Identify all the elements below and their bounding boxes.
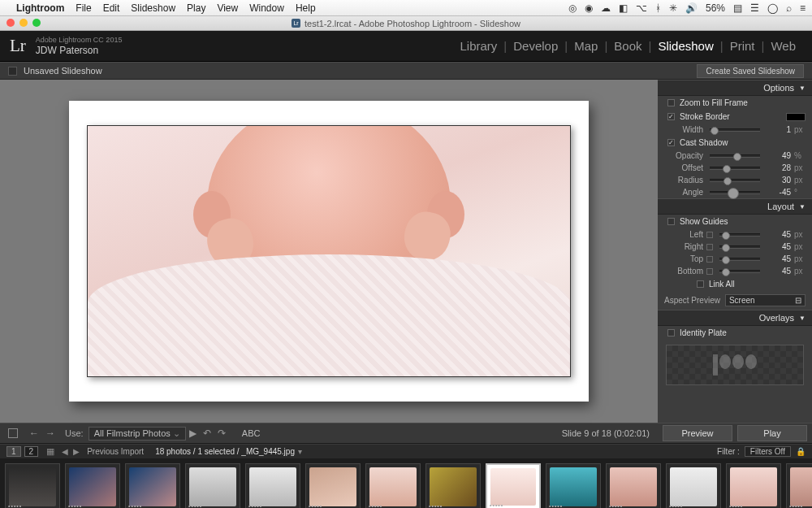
status-icon[interactable]: ◉ [585,2,593,14]
module-develop[interactable]: Develop [507,39,564,53]
rotate-cw-icon[interactable]: ↷ [218,428,226,439]
play-preview-button[interactable]: ▶ [189,428,197,439]
menu-file[interactable]: File [76,2,91,14]
input-menu-icon[interactable]: ☰ [750,2,759,14]
menu-slideshow[interactable]: Slideshow [131,2,175,14]
bottom-slider[interactable] [719,270,760,273]
filmstrip-thumb[interactable]: ••••• [245,463,300,508]
options-panel-header[interactable]: Options▼ [658,80,812,96]
filter-select[interactable]: Filters Off [745,446,791,457]
preview-button[interactable]: Preview [663,425,732,441]
filmstrip-thumb[interactable]: ••••• [305,463,361,508]
stop-button[interactable] [8,428,18,438]
zoom-window-button[interactable] [32,19,41,27]
saved-checkbox[interactable] [8,67,17,76]
spotlight-icon[interactable]: ⌕ [786,2,792,14]
filmstrip-thumb[interactable]: ••••• [125,463,180,508]
battery-percent[interactable]: 56% [706,2,725,14]
filmstrip-thumb[interactable]: ••••• [606,463,661,508]
overlays-panel-header[interactable]: Overlays▼ [658,310,812,326]
top-value[interactable]: 45 [767,254,791,263]
filmstrip-thumb[interactable]: ••••• [425,463,481,508]
module-library[interactable]: Library [453,39,503,53]
module-print[interactable]: Print [723,39,762,53]
identity-plate-preview[interactable] [666,345,804,385]
clock-icon[interactable]: ◯ [767,2,778,14]
module-slideshow[interactable]: Slideshow [651,39,719,53]
module-web[interactable]: Web [764,39,802,53]
top-slider[interactable] [719,258,760,261]
top-link-checkbox[interactable] [706,256,713,263]
offset-value[interactable]: 28 [767,163,791,172]
show-guides-checkbox[interactable] [667,218,675,225]
filmstrip-thumb[interactable]: ••••• [666,463,721,508]
minimize-window-button[interactable] [19,19,28,27]
rotate-ccw-icon[interactable]: ↶ [203,428,211,439]
menu-edit[interactable]: Edit [103,2,120,14]
monitor-1-button[interactable]: 1 [6,446,21,457]
create-saved-slideshow-button[interactable]: Create Saved Slideshow [697,64,804,78]
app-name[interactable]: Lightroom [16,2,64,14]
source-select[interactable]: All Filmstrip Photos ⌄ [89,427,186,441]
status-icon[interactable]: ◎ [568,2,577,14]
opacity-slider[interactable] [710,154,760,158]
stroke-color-swatch[interactable] [786,113,806,121]
radius-value[interactable]: 30 [767,176,791,185]
bluetooth-icon[interactable]: ᚼ [655,2,661,14]
grid-view-icon[interactable]: ▦ [46,446,54,457]
filmstrip-thumb[interactable]: ••••• [365,463,421,508]
filmstrip-thumb[interactable]: ••••• [5,463,60,508]
filmstrip-thumb[interactable]: ••••• [546,463,601,508]
module-book[interactable]: Book [607,39,648,53]
menu-play[interactable]: Play [187,2,205,14]
module-map[interactable]: Map [568,39,604,53]
cloud-icon[interactable]: ☁ [601,2,611,14]
offset-slider[interactable] [710,167,760,170]
close-window-button[interactable] [6,19,15,27]
wifi-icon[interactable]: ✳ [669,2,677,14]
right-value[interactable]: 45 [767,242,791,251]
volume-icon[interactable]: 🔊 [685,2,698,14]
next-slide-button[interactable]: → [45,428,55,439]
notification-center-icon[interactable]: ≡ [800,2,806,14]
filmstrip-thumb[interactable]: ••••• [786,463,812,508]
right-link-checkbox[interactable] [706,244,713,250]
left-value[interactable]: 45 [767,230,791,239]
slide-canvas[interactable] [0,80,658,423]
width-slider[interactable] [710,128,760,132]
source-label[interactable]: Previous Import [87,447,144,456]
monitor-2-button[interactable]: 2 [24,446,39,457]
nav-forward-icon[interactable]: ▶ [73,447,80,456]
left-link-checkbox[interactable] [706,232,713,238]
identity-plate-checkbox[interactable] [667,329,675,336]
text-overlay-button[interactable]: ABC [242,428,261,438]
filter-lock-icon[interactable]: 🔒 [796,447,806,456]
angle-value[interactable]: -45 [767,188,791,197]
bottom-link-checkbox[interactable] [706,268,713,275]
filmstrip-thumb[interactable]: ••••• [726,463,781,508]
left-slider[interactable] [719,233,760,237]
status-icon[interactable]: ⌥ [636,2,647,14]
menu-window[interactable]: Window [249,2,284,14]
menu-help[interactable]: Help [296,2,316,14]
nav-back-icon[interactable]: ◀ [62,447,68,456]
layout-panel-header[interactable]: Layout▼ [658,198,812,215]
radius-slider[interactable] [710,179,760,182]
angle-slider[interactable] [710,191,760,194]
prev-slide-button[interactable]: ← [29,428,39,439]
filmstrip-thumb[interactable]: ••••• [65,463,120,508]
cast-shadow-checkbox[interactable] [667,139,675,146]
filmstrip-thumb[interactable]: ••••• [486,463,541,508]
status-icon[interactable]: ◧ [619,2,628,14]
zoom-to-fill-checkbox[interactable] [667,99,675,106]
battery-icon[interactable]: ▤ [733,2,742,14]
width-value[interactable]: 1 [767,125,791,134]
opacity-value[interactable]: 49 [767,151,791,160]
menu-view[interactable]: View [217,2,238,14]
link-all-checkbox[interactable] [697,280,704,288]
play-button[interactable]: Play [737,425,807,441]
aspect-preview-select[interactable]: Screen⊟ [725,294,806,306]
stroke-border-checkbox[interactable] [667,113,675,120]
right-slider[interactable] [719,245,760,249]
filmstrip-thumb[interactable]: ••••• [185,463,240,508]
